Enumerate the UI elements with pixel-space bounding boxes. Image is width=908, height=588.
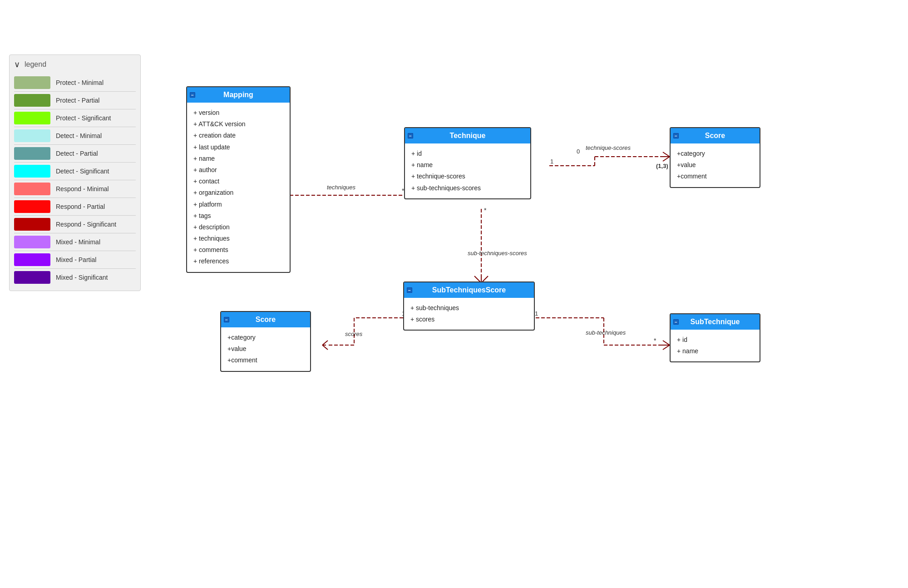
svg-line-38 <box>663 341 670 345</box>
sub-techniques-score-minimize-btn[interactable]: − <box>407 287 412 293</box>
score-top-class: − Score +category+value+comment <box>670 127 760 188</box>
uml-field: +category <box>227 332 304 343</box>
legend-panel: ∨ legend Protect - Minimal Protect - Par… <box>9 54 141 291</box>
uml-field: + name <box>193 153 283 164</box>
uml-field: + description <box>193 222 283 233</box>
legend-item: Respond - Significant <box>14 216 136 233</box>
legend-color-swatch <box>14 271 50 284</box>
uml-field: + scores <box>410 314 528 325</box>
uml-field: + contact <box>193 176 283 187</box>
uml-field: + sub-techniques-scores <box>411 183 524 194</box>
diagram-area: 1 * 1 0 * 1 <box>150 27 894 572</box>
uml-field: + name <box>411 159 524 171</box>
sub-techniques-score-class-title: SubTechniquesScore <box>432 286 506 294</box>
legend-color-swatch <box>14 76 50 89</box>
svg-text:1: 1 <box>550 158 553 165</box>
subtechnique-minimize-btn[interactable]: − <box>673 319 679 325</box>
sub-techniques-score-class: − SubTechniquesScore + sub-techniques+ s… <box>403 282 535 331</box>
uml-field: + last update <box>193 142 283 153</box>
legend-item-label: Respond - Minimal <box>56 185 109 193</box>
legend-color-swatch <box>14 129 50 142</box>
legend-item-label: Respond - Partial <box>56 203 105 210</box>
legend-item: Mixed - Minimal <box>14 233 136 251</box>
technique-class-title: Technique <box>450 132 486 139</box>
score-top-class-header: − Score <box>671 128 760 143</box>
uml-field: + id <box>411 148 524 159</box>
legend-item: Respond - Minimal <box>14 180 136 198</box>
sub-techniques-scores-label: sub-techniques-scores <box>468 250 527 257</box>
legend-item: Mixed - Partial <box>14 251 136 269</box>
uml-field: + technique-scores <box>411 171 524 182</box>
score-bottom-class: − Score +category+value+comment <box>220 311 311 372</box>
subtechnique-class-body: + id+ name <box>671 330 760 361</box>
uml-field: + version <box>193 107 283 119</box>
uml-field: +comment <box>677 171 753 182</box>
mapping-class: − Mapping + version+ ATT&CK version+ cre… <box>186 86 291 273</box>
uml-field: +comment <box>227 355 304 366</box>
uml-field: + id <box>677 334 753 346</box>
uml-field: + platform <box>193 199 283 210</box>
legend-header: ∨ legend <box>14 59 136 69</box>
legend-item: Mixed - Significant <box>14 269 136 286</box>
uml-field: +category <box>677 148 753 159</box>
legend-item-label: Protect - Partial <box>56 97 99 104</box>
mapping-class-header: − Mapping <box>187 87 290 103</box>
subtechnique-class-title: SubTechnique <box>690 318 740 326</box>
svg-text:0: 0 <box>577 148 580 155</box>
legend-color-swatch <box>14 183 50 195</box>
score-bottom-class-body: +category+value+comment <box>221 327 310 371</box>
uml-field: +value <box>227 343 304 355</box>
legend-item-label: Mixed - Significant <box>56 274 108 281</box>
uml-field: + creation date <box>193 130 283 141</box>
score-bottom-class-header: − Score <box>221 312 310 327</box>
technique-minimize-btn[interactable]: − <box>408 133 413 138</box>
uml-field: + author <box>193 164 283 176</box>
score-top-class-body: +category+value+comment <box>671 143 760 187</box>
legend-item: Detect - Significant <box>14 163 136 180</box>
score-top-minimize-btn[interactable]: − <box>673 133 679 138</box>
techniques-label: techniques <box>327 184 355 191</box>
score-bottom-minimize-btn[interactable]: − <box>224 317 229 322</box>
technique-scores-label: technique-scores <box>586 144 631 151</box>
legend-chevron-icon[interactable]: ∨ <box>14 59 20 69</box>
uml-field: + techniques <box>193 233 283 244</box>
legend-item-label: Detect - Significant <box>56 168 109 175</box>
legend-item: Detect - Minimal <box>14 127 136 145</box>
uml-field: + references <box>193 256 283 267</box>
svg-text:1: 1 <box>535 310 538 317</box>
sub-techniques-label: sub-techniques <box>586 329 626 336</box>
legend-color-swatch <box>14 165 50 178</box>
technique-class-body: + id+ name+ technique-scores+ sub-techni… <box>405 143 530 198</box>
mapping-class-body: + version+ ATT&CK version+ creation date… <box>187 103 290 272</box>
legend-color-swatch <box>14 147 50 160</box>
legend-item-label: Detect - Partial <box>56 150 98 157</box>
uml-field: + ATT&CK version <box>193 119 283 130</box>
uml-field: + sub-techniques <box>410 302 528 314</box>
svg-line-19 <box>663 157 670 161</box>
svg-line-31 <box>322 341 328 345</box>
mapping-minimize-btn[interactable]: − <box>190 92 195 98</box>
technique-class-header: − Technique <box>405 128 530 143</box>
subtechnique-class-header: − SubTechnique <box>671 314 760 330</box>
uml-field: + tags <box>193 210 283 222</box>
score-bottom-class-title: Score <box>256 316 276 323</box>
svg-line-32 <box>322 345 328 350</box>
legend-color-swatch <box>14 112 50 124</box>
uml-field: + organization <box>193 187 283 198</box>
legend-item: Protect - Significant <box>14 109 136 127</box>
legend-item-label: Detect - Minimal <box>56 132 102 139</box>
svg-line-18 <box>663 152 670 157</box>
svg-text:*: * <box>654 337 656 344</box>
legend-item-label: Protect - Minimal <box>56 79 104 86</box>
legend-color-swatch <box>14 253 50 266</box>
legend-item-label: Mixed - Minimal <box>56 238 100 246</box>
subtechnique-class: − SubTechnique + id+ name <box>670 313 760 362</box>
legend-item: Detect - Partial <box>14 145 136 163</box>
legend-item: Protect - Partial <box>14 92 136 109</box>
technique-class: − Technique + id+ name+ technique-scores… <box>404 127 531 199</box>
legend-color-swatch <box>14 236 50 248</box>
legend-color-swatch <box>14 218 50 231</box>
legend-item-label: Protect - Significant <box>56 114 111 122</box>
sub-techniques-score-class-header: − SubTechniquesScore <box>404 282 534 298</box>
svg-text:*: * <box>484 207 487 214</box>
